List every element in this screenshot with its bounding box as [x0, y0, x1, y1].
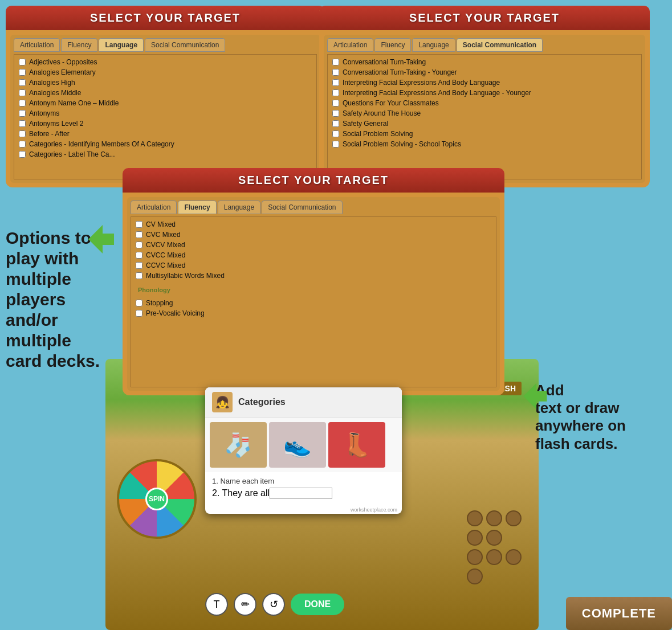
checkbox[interactable]: [19, 141, 26, 148]
list-item: Conversational Turn-Taking - Younger: [330, 67, 639, 77]
checkbox[interactable]: [332, 79, 339, 86]
checkbox[interactable]: [19, 79, 26, 86]
tab-social-3[interactable]: Social Communication: [262, 201, 342, 214]
panel-1-tabs: Articulation Fluency Language Social Com…: [14, 38, 317, 52]
avatar: 👧: [212, 392, 233, 412]
flash-input[interactable]: [270, 488, 332, 499]
path-dot: [506, 510, 522, 526]
panel-3-list[interactable]: CV Mixed CVC Mixed CVCV Mixed CVCC Mixed…: [131, 216, 496, 387]
tab-articulation-3[interactable]: Articulation: [131, 201, 177, 214]
checkbox[interactable]: [332, 100, 339, 107]
checkbox[interactable]: [136, 252, 142, 259]
refresh-button[interactable]: ↺: [262, 593, 285, 616]
list-item: Categories - Identifying Members Of A Ca…: [17, 139, 314, 149]
checkbox[interactable]: [332, 110, 339, 117]
pencil-tool-button[interactable]: ✏: [234, 593, 256, 616]
img-icon-3: 👢: [343, 432, 371, 459]
list-item: Interpreting Facial Expressions And Body…: [330, 77, 639, 88]
checkbox[interactable]: [332, 130, 339, 137]
list-item: Social Problem Solving - School Topics: [330, 139, 639, 149]
list-item: Stopping: [133, 298, 494, 308]
checkbox[interactable]: [19, 130, 26, 137]
green-arrow-right: [518, 381, 549, 412]
flash-card-title: Categories: [238, 397, 286, 407]
left-text-line3: multiple players: [6, 269, 117, 310]
tab-fluency-1[interactable]: Fluency: [61, 38, 97, 52]
spinner-wheel[interactable]: SPIN: [117, 459, 197, 539]
path-dot: [506, 549, 522, 565]
right-description: Add text or draw anywhere on flash cards…: [535, 382, 666, 453]
list-item: Pre-Vocalic Voicing: [133, 308, 494, 318]
list-item: CCVC Mixed: [133, 260, 494, 271]
checkbox[interactable]: [332, 69, 339, 76]
right-text-line4: flash cards.: [535, 435, 666, 453]
panel-3-header: SELECT YOUR TARGET: [123, 168, 504, 193]
checkbox[interactable]: [332, 59, 339, 66]
bottom-toolbar: T ✏ ↺ DONE: [205, 593, 344, 616]
spinner-container: SPIN: [117, 459, 208, 550]
list-item: Before - After: [17, 129, 314, 139]
panel-3: SELECT YOUR TARGET Articulation Fluency …: [123, 168, 504, 395]
tab-language-1[interactable]: Language: [99, 38, 144, 52]
panel-2-inner: Articulation Fluency Language Social Com…: [324, 35, 645, 183]
path-dot: [467, 549, 483, 565]
green-arrow-left: [83, 222, 117, 256]
checkbox[interactable]: [19, 120, 26, 127]
checkbox[interactable]: [19, 59, 26, 66]
flash-text-2: 2. They are all: [212, 488, 270, 498]
tab-social-1[interactable]: Social Communication: [145, 38, 225, 52]
checkbox[interactable]: [332, 120, 339, 127]
svg-marker-1: [523, 383, 547, 410]
checkbox[interactable]: [19, 69, 26, 76]
complete-button[interactable]: COMPLETE: [566, 597, 672, 630]
path-dot: [486, 549, 502, 565]
list-item: Categories - Label The Ca...: [17, 149, 314, 159]
checkbox[interactable]: [136, 262, 142, 269]
done-button[interactable]: DONE: [291, 594, 344, 615]
path-dot: [486, 530, 502, 546]
right-text-line3: anywhere on: [535, 417, 666, 435]
list-item: Analogies Middle: [17, 88, 314, 98]
checkbox[interactable]: [136, 300, 142, 306]
path-row: [467, 530, 522, 546]
tab-language-2[interactable]: Language: [412, 38, 455, 52]
checkbox[interactable]: [19, 151, 26, 158]
text-tool-button[interactable]: T: [205, 593, 228, 616]
tab-language-3[interactable]: Language: [218, 201, 260, 214]
flash-card-img-1: 🧦: [210, 422, 267, 468]
checkbox[interactable]: [19, 100, 26, 107]
list-item: Antonyms Level 2: [17, 118, 314, 129]
tab-articulation-2[interactable]: Articulation: [327, 38, 373, 52]
checkbox[interactable]: [136, 242, 142, 248]
flash-card-input-row: 2. They are all: [212, 488, 395, 499]
spin-button[interactable]: SPIN: [145, 488, 168, 510]
checkbox[interactable]: [136, 221, 142, 228]
svg-marker-0: [88, 225, 114, 253]
checkbox[interactable]: [19, 89, 26, 96]
tab-fluency-2[interactable]: Fluency: [374, 38, 411, 52]
list-item: Antonym Name One – Middle: [17, 98, 314, 108]
tab-articulation-1[interactable]: Articulation: [14, 38, 60, 52]
game-path: [467, 510, 522, 584]
checkbox[interactable]: [332, 141, 339, 148]
flash-card-header: 👧 Categories: [205, 387, 402, 418]
list-item: Social Problem Solving: [330, 129, 639, 139]
checkbox[interactable]: [332, 89, 339, 96]
panel-2: SELECT YOUR TARGET Articulation Fluency …: [319, 6, 650, 187]
panel-2-list[interactable]: Conversational Turn-Taking Conversationa…: [327, 54, 642, 179]
path-row: [467, 549, 522, 565]
checkbox[interactable]: [19, 110, 26, 117]
flash-card: 👧 Categories 🧦 👟 👢 1. Name each item 2. …: [205, 387, 402, 514]
checkbox[interactable]: [136, 272, 142, 279]
list-item: Interpreting Facial Expressions And Body…: [330, 88, 639, 98]
path-dot: [467, 510, 483, 526]
right-text-line1: Add: [535, 382, 666, 399]
left-text-line4: and/or multiple: [6, 310, 117, 351]
path-dot: [467, 530, 483, 546]
tab-fluency-3[interactable]: Fluency: [178, 201, 216, 214]
panel-1-list[interactable]: Adjectives - Opposites Analogies Element…: [14, 54, 317, 179]
right-text-line2: text or draw: [535, 399, 666, 417]
tab-social-2[interactable]: Social Communication: [457, 38, 543, 52]
checkbox[interactable]: [136, 310, 142, 317]
checkbox[interactable]: [136, 231, 142, 238]
